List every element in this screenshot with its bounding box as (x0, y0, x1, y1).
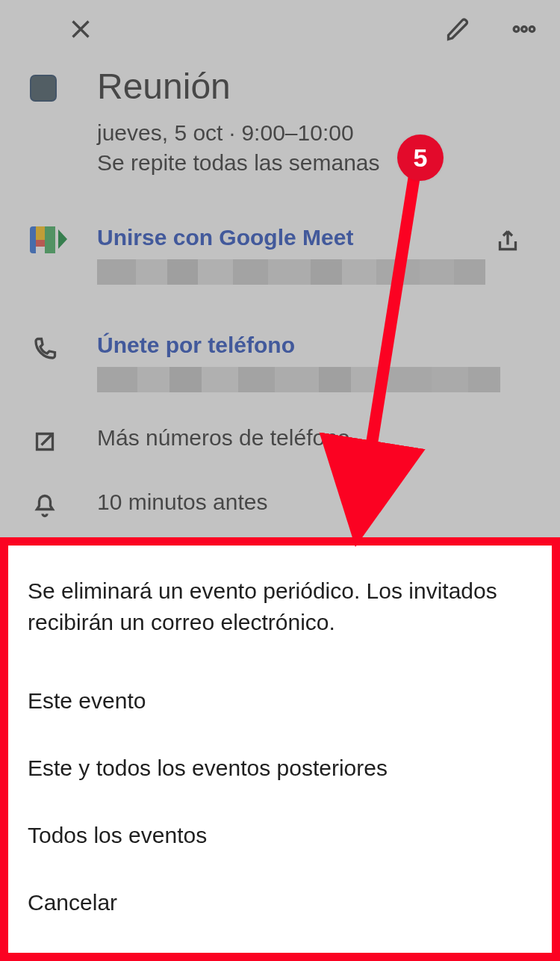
option-all-events[interactable]: Todos los eventos (28, 802, 532, 869)
more-numbers-label: Más números de teléfono (97, 425, 530, 451)
sheet-title: Se eliminará un evento periódico. Los in… (28, 575, 532, 637)
event-repeat-line: Se repite todas las semanas (97, 150, 380, 176)
external-link-icon (30, 427, 60, 457)
overflow-menu-icon[interactable] (509, 14, 539, 44)
svg-point-2 (529, 27, 535, 32)
delete-recurring-sheet: Se eliminará un evento periódico. Los in… (8, 546, 552, 953)
reminder-row[interactable]: 10 minutos antes (0, 489, 560, 521)
svg-point-1 (522, 27, 527, 32)
event-date-line: jueves, 5 oct · 9:00–10:00 (97, 120, 380, 146)
event-color-chip (30, 75, 57, 102)
phone-icon (30, 334, 60, 364)
meet-row: Unirse con Google Meet (0, 225, 560, 285)
reminder-label: 10 minutos antes (97, 489, 530, 515)
bell-icon (30, 491, 60, 521)
phone-number-redacted (97, 367, 500, 392)
event-title: Reunión (97, 67, 380, 107)
phone-row: Únete por teléfono (0, 333, 560, 392)
share-icon[interactable] (493, 226, 523, 256)
option-this-and-following[interactable]: Este y todos los eventos posteriores (28, 735, 532, 802)
option-this-event[interactable]: Este evento (28, 667, 532, 735)
action-sheet-highlight: Se eliminará un evento periódico. Los in… (0, 537, 560, 961)
google-meet-icon (30, 226, 60, 253)
meet-link-redacted (97, 259, 485, 285)
svg-point-0 (514, 27, 519, 32)
top-bar (0, 0, 560, 58)
more-numbers-row[interactable]: Más números de teléfono (0, 425, 560, 457)
join-by-phone-link[interactable]: Únete por teléfono (97, 333, 485, 358)
join-google-meet-link[interactable]: Unirse con Google Meet (97, 225, 485, 250)
option-cancel[interactable]: Cancelar (28, 869, 532, 936)
event-header: Reunión jueves, 5 oct · 9:00–10:00 Se re… (0, 58, 560, 177)
close-icon[interactable] (66, 14, 96, 44)
edit-pencil-icon[interactable] (444, 14, 473, 44)
